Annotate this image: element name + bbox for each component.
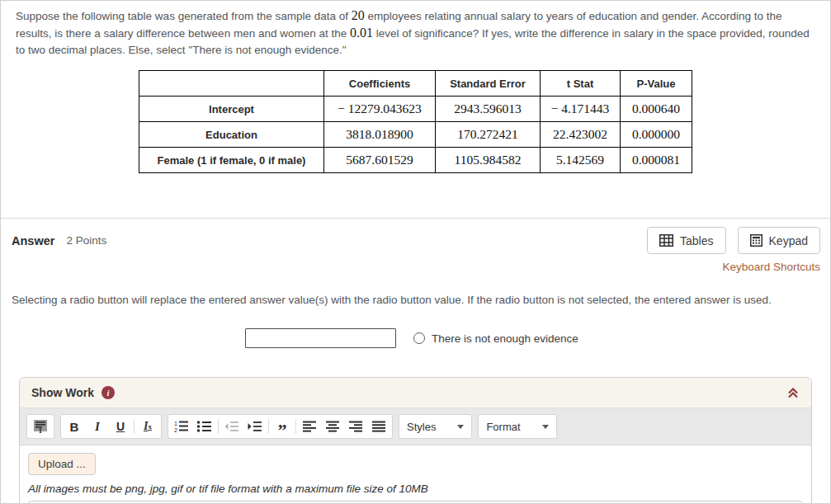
cell-coefficient: − 12279.043623: [324, 97, 436, 122]
chevron-down-icon: [457, 425, 464, 429]
answer-controls: There is not enough evidence: [245, 328, 830, 348]
keyboard-shortcuts-link[interactable]: Keyboard Shortcuts: [722, 261, 820, 273]
answer-header: Answer 2 Points Tables Keypad: [1, 219, 830, 254]
align-left-button[interactable]: [298, 416, 321, 437]
svg-text:1: 1: [174, 421, 177, 426]
answer-input[interactable]: [245, 328, 396, 348]
format-dropdown[interactable]: Format: [478, 414, 556, 439]
header-standard-error: Standard Error: [436, 71, 541, 97]
row-label-female: Female (1 if female, 0 if male): [139, 148, 324, 173]
question-section: Suppose the following table was generate…: [1, 1, 830, 173]
editor-toolbar: B I U Ix 12: [20, 408, 811, 445]
header-empty: [139, 71, 324, 97]
radio-option-label: There is not enough evidence: [432, 332, 578, 345]
collapse-chevron-icon[interactable]: [786, 386, 800, 399]
upload-button[interactable]: Upload ...: [28, 453, 96, 475]
radio-button[interactable]: [413, 332, 425, 344]
justify-button[interactable]: [367, 416, 390, 437]
cell-t-stat: 5.142569: [541, 148, 621, 173]
toolbar-separator: [134, 419, 135, 434]
cell-t-stat: − 4.171443: [541, 97, 621, 122]
info-icon[interactable]: i: [102, 386, 115, 399]
question-text: Suppose the following table was generate…: [16, 7, 815, 59]
blockquote-button[interactable]: ”: [271, 420, 294, 441]
answer-section: Answer 2 Points Tables Keypad Keyboard S…: [1, 219, 830, 348]
format-dropdown-label: Format: [486, 421, 520, 433]
radio-instruction-note: Selecting a radio button will replace th…: [1, 274, 818, 309]
work-editor-area[interactable]: [28, 501, 803, 504]
toolbar-separator: [268, 419, 269, 434]
header-p-value: P-Value: [621, 71, 692, 97]
cell-p-value: 0.000000: [621, 122, 692, 148]
radio-option-row[interactable]: There is not enough evidence: [413, 332, 578, 345]
row-label-education: Education: [139, 122, 324, 148]
bulleted-list-button[interactable]: [193, 416, 216, 437]
row-label-intercept: Intercept: [139, 97, 324, 122]
cell-std-error: 170.272421: [436, 122, 541, 148]
toolbar-group-paragraph: 12 ”: [168, 414, 393, 439]
points-label: 2 Points: [66, 234, 106, 247]
table-row: Education 3818.018900 170.272421 22.4230…: [139, 122, 692, 148]
cell-coefficient: 5687.601529: [324, 148, 436, 173]
table-grid-icon: [659, 234, 673, 247]
numbered-list-button[interactable]: 12: [170, 416, 193, 437]
italic-button[interactable]: I: [86, 416, 109, 437]
text-block-icon[interactable]: [29, 416, 52, 437]
cell-std-error: 2943.596013: [436, 97, 541, 122]
keyboard-shortcuts-row: Keyboard Shortcuts: [1, 254, 830, 274]
cell-p-value: 0.000081: [621, 148, 692, 173]
increase-indent-button[interactable]: [243, 416, 267, 437]
keypad-button[interactable]: Keypad: [738, 227, 820, 254]
cell-p-value: 0.000640: [621, 97, 692, 122]
tables-button[interactable]: Tables: [647, 227, 725, 254]
show-work-title: Show Work: [31, 386, 94, 399]
styles-dropdown[interactable]: Styles: [399, 414, 472, 439]
sample-size-value: 20: [352, 8, 365, 22]
underline-button[interactable]: U: [109, 416, 132, 437]
upload-format-note: All images must be png, jpg, gif or tif …: [28, 483, 803, 495]
table-header-row: Coefficients Standard Error t Stat P-Val…: [139, 71, 692, 97]
svg-text:2: 2: [174, 427, 177, 433]
decrease-indent-button: [220, 416, 243, 437]
answer-label: Answer: [12, 234, 54, 247]
show-work-header: Show Work i: [20, 378, 811, 408]
cell-std-error: 1105.984582: [436, 148, 541, 173]
keypad-button-label: Keypad: [769, 234, 808, 247]
align-right-button[interactable]: [344, 416, 367, 437]
significance-level-value: 0.01: [350, 26, 373, 40]
styles-dropdown-label: Styles: [407, 421, 436, 433]
header-coefficients: Coefficients: [324, 71, 436, 97]
header-t-stat: t Stat: [541, 71, 621, 97]
show-work-body: Upload ... All images must be png, jpg, …: [20, 445, 811, 504]
question-part1: Suppose the following table was generate…: [16, 10, 352, 22]
toolbar-group-format: B I U Ix: [60, 414, 162, 439]
bold-button[interactable]: B: [63, 416, 86, 437]
show-work-panel: Show Work i B I U Ix 12: [19, 377, 812, 504]
toolbar-separator: [218, 419, 219, 434]
regression-table: Coefficients Standard Error t Stat P-Val…: [139, 70, 692, 173]
chevron-down-icon: [542, 425, 549, 429]
align-center-button[interactable]: [321, 416, 344, 437]
toolbar-separator: [295, 419, 296, 434]
toolbar-group-insert: [26, 414, 54, 439]
tables-button-label: Tables: [680, 234, 713, 247]
keypad-icon: [750, 234, 763, 247]
table-row: Intercept − 12279.043623 2943.596013 − 4…: [139, 97, 692, 122]
remove-format-button[interactable]: Ix: [136, 416, 159, 437]
table-row: Female (1 if female, 0 if male) 5687.601…: [139, 148, 692, 173]
cell-coefficient: 3818.018900: [324, 122, 436, 148]
cell-t-stat: 22.423002: [541, 122, 621, 148]
assignment-page: Suppose the following table was generate…: [0, 0, 831, 504]
